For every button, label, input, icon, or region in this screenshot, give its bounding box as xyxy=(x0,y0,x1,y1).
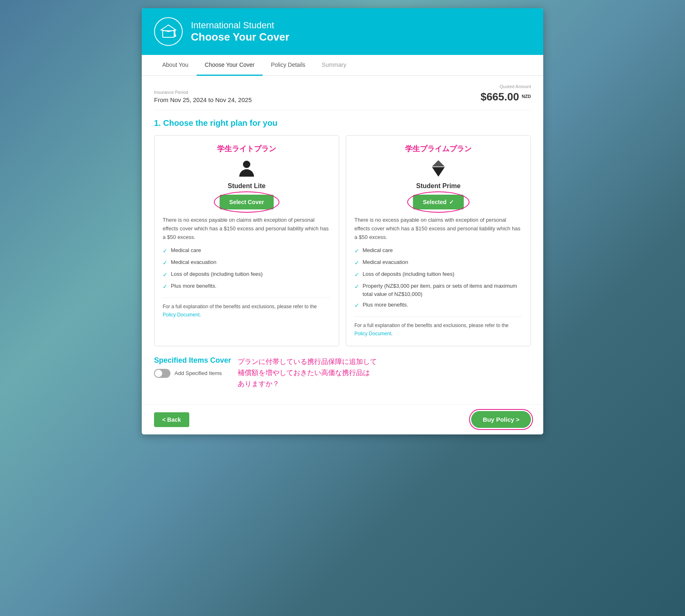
check-icon: ✓ xyxy=(354,247,359,255)
nav-tabs: About You Choose Your Cover Policy Detai… xyxy=(142,55,543,76)
graduation-cap-icon xyxy=(159,23,177,41)
buy-button-wrapper: Buy Policy > xyxy=(471,411,531,428)
add-specified-toggle[interactable] xyxy=(154,369,170,378)
feature-prime-1: ✓Medical care xyxy=(354,246,522,255)
header-subtitle: International Student xyxy=(191,20,289,31)
header-title: Choose Your Cover xyxy=(191,31,289,43)
check-icon: ✓ xyxy=(163,270,168,279)
feature-lite-2: ✓Medical evacuation xyxy=(163,258,331,267)
quoted-label: Quoted Amount xyxy=(481,84,531,89)
plan-lite-action-row: Select Cover xyxy=(163,195,331,209)
tab-about-you[interactable]: About You xyxy=(154,55,197,76)
bottom-nav: < Back Buy Policy > xyxy=(142,404,543,434)
quoted-value-row: $665.00 NZD xyxy=(481,91,531,103)
plans-grid: 学生ライトプラン Student Lite Select Cover xyxy=(154,135,531,346)
check-icon: ✓ xyxy=(354,301,359,310)
header-logo xyxy=(154,17,183,46)
check-icon: ✓ xyxy=(354,259,359,267)
check-icon: ✓ xyxy=(354,282,359,291)
main-container: International Student Choose Your Cover … xyxy=(142,8,543,434)
specified-section-left: Specified Items Cover Add Specified Item… xyxy=(154,356,231,378)
svg-marker-6 xyxy=(432,160,445,167)
feature-prime-3: ✓Loss of deposits (including tuition fee… xyxy=(354,270,522,279)
selected-button[interactable]: Selected ✓ xyxy=(413,195,464,209)
quoted-amount: Quoted Amount $665.00 NZD xyxy=(481,84,531,103)
policy-document-link-lite[interactable]: Policy Document xyxy=(163,312,200,318)
feature-prime-4: ✓Property (NZ$3,000 per item, pairs or s… xyxy=(354,282,522,298)
period-row: Insurance Period From Nov 25, 2024 to No… xyxy=(154,84,531,110)
feature-prime-5: ✓Plus more benefits. xyxy=(354,301,522,310)
plan-prime-icon xyxy=(354,159,522,178)
toggle-row: Add Specified Items xyxy=(154,369,231,378)
plan-prime-footer: For a full explanation of the benefits a… xyxy=(354,316,522,337)
period-value: From Nov 25, 2024 to Nov 24, 2025 xyxy=(154,96,252,103)
feature-prime-2: ✓Medical evacuation xyxy=(354,258,522,267)
feature-lite-3: ✓Loss of deposits (including tuition fee… xyxy=(163,270,331,279)
plan-card-student-lite: 学生ライトプラン Student Lite Select Cover xyxy=(154,135,339,346)
svg-point-4 xyxy=(243,161,250,168)
select-cover-button[interactable]: Select Cover xyxy=(220,195,274,209)
plan-card-student-prime: 学生プライムプラン Student Prime xyxy=(346,135,531,346)
check-icon: ✓ xyxy=(354,270,359,279)
plan-prime-header: 学生プライムプラン Student Prime xyxy=(354,144,522,209)
plan-lite-header: 学生ライトプラン Student Lite Select Cover xyxy=(163,144,331,209)
tab-policy-details[interactable]: Policy Details xyxy=(263,55,313,76)
plan-lite-name: Student Lite xyxy=(163,182,331,190)
plan-prime-description: There is no excess payable on claims wit… xyxy=(354,216,522,241)
plan-prime-features: ✓Medical care ✓Medical evacuation ✓Loss … xyxy=(354,246,522,310)
quoted-currency: NZD xyxy=(522,94,531,99)
plan-lite-features: ✓Medical care ✓Medical evacuation ✓Loss … xyxy=(163,246,331,291)
plan-lite-icon xyxy=(163,159,331,178)
svg-point-3 xyxy=(174,35,176,36)
specified-annotation: プランに付帯している携行品保障に追加して補償額を増やしておきたい高価な携行品はあ… xyxy=(238,356,377,390)
check-icon: ✓ xyxy=(163,282,168,291)
toggle-thumb xyxy=(155,370,162,377)
plan-lite-japanese: 学生ライトプラン xyxy=(163,144,331,154)
plan-prime-name: Student Prime xyxy=(354,182,522,190)
plan-lite-footer: For a full explanation of the benefits a… xyxy=(163,298,331,318)
feature-lite-4: ✓Plus more benefits. xyxy=(163,282,331,291)
policy-document-link-prime[interactable]: Policy Document xyxy=(354,331,391,336)
select-cover-wrapper: Select Cover xyxy=(220,195,274,209)
tab-summary[interactable]: Summary xyxy=(313,55,354,76)
tab-choose-cover[interactable]: Choose Your Cover xyxy=(197,55,263,76)
feature-lite-1: ✓Medical care xyxy=(163,246,331,255)
buy-policy-button[interactable]: Buy Policy > xyxy=(471,411,531,428)
page-header: International Student Choose Your Cover xyxy=(142,8,543,55)
annotation-section: Specified Items Cover Add Specified Item… xyxy=(154,356,531,390)
quoted-value: $665.00 xyxy=(481,91,519,103)
period-label: Insurance Period xyxy=(154,90,252,95)
section-title: 1. Choose the right plan for you xyxy=(154,118,531,128)
plan-prime-japanese: 学生プライムプラン xyxy=(354,144,522,154)
diamond-icon xyxy=(429,159,448,178)
plan-lite-description: There is no excess payable on claims wit… xyxy=(163,216,331,241)
toggle-label: Add Specified Items xyxy=(175,370,222,376)
checkmark-icon: ✓ xyxy=(449,199,454,205)
person-icon xyxy=(237,159,256,178)
check-icon: ✓ xyxy=(163,259,168,267)
content-area: Insurance Period From Nov 25, 2024 to No… xyxy=(142,76,543,404)
selected-wrapper: Selected ✓ xyxy=(413,195,464,209)
header-text: International Student Choose Your Cover xyxy=(191,20,289,43)
insurance-period: Insurance Period From Nov 25, 2024 to No… xyxy=(154,90,252,103)
plan-prime-action-row: Selected ✓ xyxy=(354,195,522,209)
check-icon: ✓ xyxy=(163,247,168,255)
specified-title: Specified Items Cover xyxy=(154,356,231,365)
back-button[interactable]: < Back xyxy=(154,412,189,427)
